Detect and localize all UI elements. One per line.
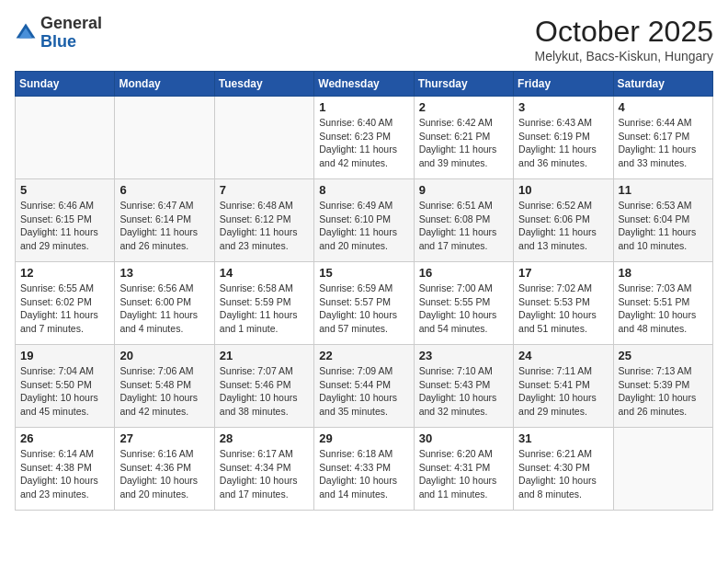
day-info: Sunrise: 7:02 AMSunset: 5:53 PMDaylight:… <box>518 282 608 336</box>
day-number: 23 <box>419 349 508 362</box>
day-number: 24 <box>518 349 608 362</box>
day-info: Sunrise: 7:00 AMSunset: 5:55 PMDaylight:… <box>419 282 508 336</box>
calendar-cell: 28Sunrise: 6:17 AMSunset: 4:34 PMDayligh… <box>214 428 313 511</box>
day-info: Sunrise: 6:20 AMSunset: 4:31 PMDaylight:… <box>419 447 508 501</box>
logo-blue-text: Blue <box>40 32 76 51</box>
day-info: Sunrise: 7:07 AMSunset: 5:46 PMDaylight:… <box>220 364 309 419</box>
calendar-cell: 6Sunrise: 6:47 AMSunset: 6:14 PMDaylight… <box>115 179 214 262</box>
day-number: 4 <box>619 100 708 114</box>
day-info: Sunrise: 6:58 AMSunset: 5:59 PMDaylight:… <box>220 282 309 336</box>
day-number: 6 <box>119 183 209 197</box>
calendar-cell: 15Sunrise: 6:59 AMSunset: 5:57 PMDayligh… <box>314 262 414 345</box>
month-title: October 2025 <box>534 15 713 49</box>
calendar-cell: 10Sunrise: 6:52 AMSunset: 6:06 PMDayligh… <box>514 179 613 262</box>
day-number: 28 <box>220 431 309 445</box>
calendar-cell: 12Sunrise: 6:55 AMSunset: 6:02 PMDayligh… <box>16 262 115 345</box>
day-info: Sunrise: 6:14 AMSunset: 4:38 PMDaylight:… <box>20 447 109 501</box>
day-number: 19 <box>20 349 109 362</box>
day-info: Sunrise: 6:55 AMSunset: 6:02 PMDaylight:… <box>20 282 109 336</box>
day-header-friday: Friday <box>514 72 613 97</box>
day-number: 2 <box>419 100 508 114</box>
day-number: 27 <box>119 431 209 445</box>
calendar-cell: 9Sunrise: 6:51 AMSunset: 6:08 PMDaylight… <box>414 179 513 262</box>
day-info: Sunrise: 7:06 AMSunset: 5:48 PMDaylight:… <box>119 364 209 419</box>
day-number: 30 <box>419 431 508 445</box>
day-number: 22 <box>319 349 408 362</box>
day-number: 31 <box>518 431 608 445</box>
logo-icon <box>15 22 37 44</box>
title-block: October 2025 Melykut, Bacs-Kiskun, Hunga… <box>534 15 713 63</box>
day-info: Sunrise: 6:47 AMSunset: 6:14 PMDaylight:… <box>119 199 209 253</box>
day-info: Sunrise: 6:42 AMSunset: 6:21 PMDaylight:… <box>419 116 508 170</box>
calendar-cell: 14Sunrise: 6:58 AMSunset: 5:59 PMDayligh… <box>214 262 313 345</box>
day-number: 11 <box>619 183 708 197</box>
day-info: Sunrise: 7:11 AMSunset: 5:41 PMDaylight:… <box>518 364 608 419</box>
day-header-saturday: Saturday <box>613 72 712 97</box>
day-info: Sunrise: 6:40 AMSunset: 6:23 PMDaylight:… <box>319 116 408 170</box>
week-row-1: 1Sunrise: 6:40 AMSunset: 6:23 PMDaylight… <box>16 97 713 179</box>
calendar-header-row: SundayMondayTuesdayWednesdayThursdayFrid… <box>16 72 713 97</box>
day-info: Sunrise: 6:16 AMSunset: 4:36 PMDaylight:… <box>119 447 209 501</box>
calendar-cell: 11Sunrise: 6:53 AMSunset: 6:04 PMDayligh… <box>613 179 712 262</box>
logo: General Blue <box>15 15 102 52</box>
calendar-cell: 31Sunrise: 6:21 AMSunset: 4:30 PMDayligh… <box>514 428 613 511</box>
day-info: Sunrise: 6:51 AMSunset: 6:08 PMDaylight:… <box>419 199 508 253</box>
day-info: Sunrise: 7:04 AMSunset: 5:50 PMDaylight:… <box>20 364 109 419</box>
day-number: 29 <box>319 431 408 445</box>
day-header-sunday: Sunday <box>16 72 115 97</box>
day-info: Sunrise: 7:03 AMSunset: 5:51 PMDaylight:… <box>619 282 708 336</box>
logo-general-text: General <box>40 14 102 32</box>
day-header-thursday: Thursday <box>414 72 513 97</box>
day-number: 18 <box>619 266 708 280</box>
day-info: Sunrise: 6:49 AMSunset: 6:10 PMDaylight:… <box>319 199 408 253</box>
calendar-cell: 1Sunrise: 6:40 AMSunset: 6:23 PMDaylight… <box>314 97 414 179</box>
calendar-cell: 16Sunrise: 7:00 AMSunset: 5:55 PMDayligh… <box>414 262 513 345</box>
day-header-monday: Monday <box>115 72 214 97</box>
day-info: Sunrise: 6:56 AMSunset: 6:00 PMDaylight:… <box>119 282 209 336</box>
calendar-cell: 30Sunrise: 6:20 AMSunset: 4:31 PMDayligh… <box>414 428 513 511</box>
day-number: 3 <box>518 100 608 114</box>
day-info: Sunrise: 6:48 AMSunset: 6:12 PMDaylight:… <box>220 199 309 253</box>
day-header-wednesday: Wednesday <box>314 72 414 97</box>
calendar-cell <box>613 428 712 511</box>
calendar-cell: 17Sunrise: 7:02 AMSunset: 5:53 PMDayligh… <box>514 262 613 345</box>
day-number: 5 <box>20 183 109 197</box>
day-info: Sunrise: 7:09 AMSunset: 5:44 PMDaylight:… <box>319 364 408 419</box>
calendar-cell: 4Sunrise: 6:44 AMSunset: 6:17 PMDaylight… <box>613 97 712 179</box>
day-number: 12 <box>20 266 109 280</box>
calendar-cell: 23Sunrise: 7:10 AMSunset: 5:43 PMDayligh… <box>414 345 513 428</box>
day-info: Sunrise: 6:44 AMSunset: 6:17 PMDaylight:… <box>619 116 708 170</box>
day-info: Sunrise: 6:17 AMSunset: 4:34 PMDaylight:… <box>220 447 309 501</box>
day-number: 14 <box>220 266 309 280</box>
day-number: 17 <box>518 266 608 280</box>
day-info: Sunrise: 6:46 AMSunset: 6:15 PMDaylight:… <box>20 199 109 253</box>
calendar-cell: 7Sunrise: 6:48 AMSunset: 6:12 PMDaylight… <box>214 179 313 262</box>
day-number: 10 <box>518 183 608 197</box>
day-number: 15 <box>319 266 408 280</box>
calendar-cell: 13Sunrise: 6:56 AMSunset: 6:00 PMDayligh… <box>115 262 214 345</box>
location-subtitle: Melykut, Bacs-Kiskun, Hungary <box>534 49 713 63</box>
day-number: 20 <box>119 349 209 362</box>
day-info: Sunrise: 6:18 AMSunset: 4:33 PMDaylight:… <box>319 447 408 501</box>
calendar-cell: 26Sunrise: 6:14 AMSunset: 4:38 PMDayligh… <box>16 428 115 511</box>
day-header-tuesday: Tuesday <box>214 72 313 97</box>
day-number: 25 <box>619 349 708 362</box>
week-row-3: 12Sunrise: 6:55 AMSunset: 6:02 PMDayligh… <box>16 262 713 345</box>
calendar-cell: 18Sunrise: 7:03 AMSunset: 5:51 PMDayligh… <box>613 262 712 345</box>
calendar-cell: 21Sunrise: 7:07 AMSunset: 5:46 PMDayligh… <box>214 345 313 428</box>
calendar-cell: 29Sunrise: 6:18 AMSunset: 4:33 PMDayligh… <box>314 428 414 511</box>
day-number: 13 <box>119 266 209 280</box>
day-number: 8 <box>319 183 408 197</box>
day-number: 16 <box>419 266 508 280</box>
day-info: Sunrise: 6:52 AMSunset: 6:06 PMDaylight:… <box>518 199 608 253</box>
calendar-cell <box>115 97 214 179</box>
calendar-cell: 8Sunrise: 6:49 AMSunset: 6:10 PMDaylight… <box>314 179 414 262</box>
week-row-4: 19Sunrise: 7:04 AMSunset: 5:50 PMDayligh… <box>16 345 713 428</box>
day-number: 1 <box>319 100 408 114</box>
calendar-cell: 5Sunrise: 6:46 AMSunset: 6:15 PMDaylight… <box>16 179 115 262</box>
calendar-cell <box>16 97 115 179</box>
calendar-cell: 3Sunrise: 6:43 AMSunset: 6:19 PMDaylight… <box>514 97 613 179</box>
calendar-cell: 19Sunrise: 7:04 AMSunset: 5:50 PMDayligh… <box>16 345 115 428</box>
calendar-table: SundayMondayTuesdayWednesdayThursdayFrid… <box>15 71 713 511</box>
day-info: Sunrise: 6:43 AMSunset: 6:19 PMDaylight:… <box>518 116 608 170</box>
